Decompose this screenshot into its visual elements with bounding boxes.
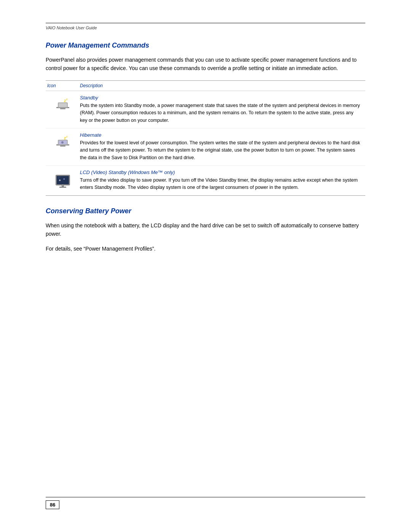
table-row-hibernate: Z z Hibernate Provides for the lowest le… [46, 128, 365, 166]
svg-rect-11 [60, 145, 65, 147]
section1-title: Power Management Commands [46, 42, 365, 50]
svg-text:z: z [66, 135, 68, 138]
intro-text: PowerPanel also provides power managemen… [46, 56, 365, 73]
standby-title: Standby [80, 95, 362, 101]
section2-para2: For details, see “Power Management Profi… [46, 244, 365, 253]
page-number: 86 [46, 500, 59, 509]
standby-icon-cell: Z z [46, 95, 80, 115]
svg-text:z: z [66, 98, 68, 101]
table-header-row: Icon Description [46, 81, 365, 91]
lcd-title: LCD (Video) Standby (Windows Me™ only) [80, 169, 362, 175]
lcd-body: Turns off the video display to save powe… [80, 177, 362, 192]
hibernate-icon-cell: Z z [46, 132, 80, 153]
table-col-icon: Icon [46, 83, 80, 88]
svg-rect-5 [60, 108, 65, 109]
lcd-icon-cell: ✦ ✦ [46, 169, 80, 190]
table-row-standby: Z z Standby Puts the system into Standby… [46, 91, 365, 128]
svg-text:✦: ✦ [63, 177, 65, 181]
lcd-desc-cell: LCD (Video) Standby (Windows Me™ only) T… [80, 169, 365, 192]
hibernate-title: Hibernate [80, 132, 362, 138]
hibernate-icon: Z z [53, 134, 72, 153]
svg-rect-17 [59, 187, 66, 188]
table-row-lcd: ✦ ✦ LCD (Video) Standby (Windows Me™ onl… [46, 166, 365, 195]
lcd-icon: ✦ ✦ [53, 171, 72, 190]
hibernate-desc-cell: Hibernate Provides for the lowest level … [80, 132, 365, 161]
footer-rule [46, 497, 365, 497]
footer-area: 86 [0, 497, 411, 509]
table-col-description: Description [80, 83, 365, 88]
standby-desc-cell: Standby Puts the system into Standby mod… [80, 95, 365, 124]
standby-body: Puts the system into Standby mode, a pow… [80, 102, 362, 124]
section2-para1: When using the notebook with a battery, … [46, 221, 365, 238]
page-container: VAIO Notebook User Guide Power Managemen… [0, 0, 411, 532]
svg-rect-2 [59, 103, 67, 107]
svg-point-12 [61, 141, 64, 144]
svg-text:✦: ✦ [58, 178, 61, 182]
standby-icon: Z z [53, 96, 72, 115]
hibernate-body: Provides for the lowest level of power c… [80, 139, 362, 161]
header-label: VAIO Notebook User Guide [46, 26, 365, 30]
section2-title: Conserving Battery Power [46, 207, 365, 215]
header-rule [46, 23, 365, 23]
commands-table: Icon Description Z z [46, 80, 365, 196]
svg-point-18 [62, 185, 64, 186]
